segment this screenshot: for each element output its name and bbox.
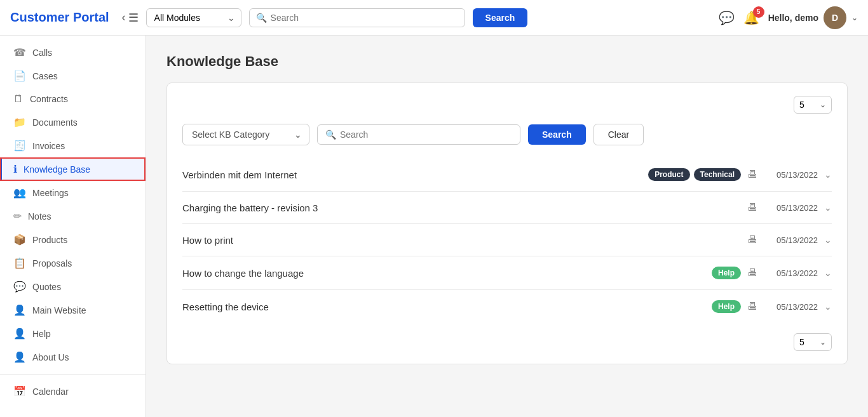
user-info[interactable]: Hello, demo D ⌄ xyxy=(768,6,858,29)
print-icon[interactable]: 🖶 xyxy=(747,202,757,213)
sidebar-icon-calendar: 📅 xyxy=(13,385,26,397)
category-select[interactable]: Select KB Category xyxy=(182,124,309,145)
sidebar-item-meetings[interactable]: 👥 Meetings xyxy=(0,181,146,204)
sidebar-icon-contracts: 🗒 xyxy=(13,93,24,105)
sidebar-label-documents: Documents xyxy=(32,117,78,128)
kb-card: 5 10 25 ⌄ Select KB Category ⌄ 🔍 xyxy=(166,83,848,364)
tag-technical: Technical xyxy=(694,168,741,181)
sidebar-item-products[interactable]: 📦 Products xyxy=(0,228,146,251)
sidebar-item-main-website[interactable]: 👤 Main Website xyxy=(0,298,146,322)
bottom-per-page-select[interactable]: 5 10 25 xyxy=(794,334,815,350)
sidebar-icon-documents: 📁 xyxy=(13,116,26,128)
sidebar-label-proposals: Proposals xyxy=(32,258,72,268)
header-search-input[interactable] xyxy=(271,13,458,23)
kb-list-item: Resetting the device Help 🖶 05/13/2022 ⌄ xyxy=(182,290,832,323)
filter-search-button[interactable]: Search xyxy=(528,124,586,145)
module-select-wrap: All Modules ⌄ xyxy=(146,8,241,27)
print-icon[interactable]: 🖶 xyxy=(747,267,757,279)
sidebar-toggle-button[interactable]: ‹ ☰ xyxy=(122,11,139,25)
sidebar-label-calendar: Calendar xyxy=(32,387,69,397)
sidebar-label-knowledge-base: Knowledge Base xyxy=(24,164,90,175)
sidebar-label-calls: Calls xyxy=(32,48,52,58)
print-icon[interactable]: 🖶 xyxy=(747,234,757,246)
kb-item-title[interactable]: How to change the language xyxy=(182,268,705,279)
header-search-button[interactable]: Search xyxy=(473,8,528,27)
kb-list-item: How to print 🖶 05/13/2022 ⌄ xyxy=(182,224,832,256)
header: Customer Portal ‹ ☰ All Modules ⌄ 🔍 Sear… xyxy=(0,0,868,36)
brand-title: Customer Portal xyxy=(10,10,109,25)
kb-tags: Help xyxy=(712,300,741,313)
kb-list-item: Verbinden mit dem Internet ProductTechni… xyxy=(182,158,832,192)
chevron-left-icon: ‹ xyxy=(122,11,126,24)
per-page-chevron-icon: ⌄ xyxy=(815,100,831,109)
layout: ☎ Calls 📄 Cases 🗒 Contracts 📁 Documents … xyxy=(0,36,868,417)
expand-chevron-icon[interactable]: ⌄ xyxy=(824,169,832,180)
sidebar-label-cases: Cases xyxy=(32,71,58,81)
header-search-icon: 🔍 xyxy=(256,13,267,23)
sidebar-label-main-website: Main Website xyxy=(32,305,86,315)
sidebar-label-quotes: Quotes xyxy=(32,282,61,292)
sidebar-icon-notes: ✏ xyxy=(13,210,22,222)
filter-clear-button[interactable]: Clear xyxy=(593,124,644,145)
sidebar-label-invoices: Invoices xyxy=(32,141,65,151)
kb-item-title[interactable]: How to print xyxy=(182,235,741,246)
sidebar-label-notes: Notes xyxy=(28,211,51,222)
kb-tags: ProductTechnical xyxy=(648,168,741,181)
sidebar-item-help[interactable]: 👤 Help xyxy=(0,322,146,345)
sidebar-item-about-us[interactable]: 👤 About Us xyxy=(0,345,146,369)
sidebar-icon-quotes: 💬 xyxy=(13,281,26,293)
sidebar-item-calendar[interactable]: 📅 Calendar xyxy=(0,380,146,403)
sidebar-item-quotes[interactable]: 💬 Quotes xyxy=(0,275,146,298)
per-page-select[interactable]: 5 10 25 xyxy=(794,96,815,113)
tag-product: Product xyxy=(648,168,689,181)
tag-help: Help xyxy=(712,267,741,279)
user-greeting: Hello, demo xyxy=(768,13,818,23)
expand-chevron-icon[interactable]: ⌄ xyxy=(824,235,832,245)
sidebar-label-contracts: Contracts xyxy=(30,94,68,104)
notification-badge: 5 xyxy=(753,6,764,18)
category-select-wrap: Select KB Category ⌄ xyxy=(182,124,309,145)
sidebar-item-documents[interactable]: 📁 Documents xyxy=(0,110,146,134)
per-page-select-wrap[interactable]: 5 10 25 ⌄ xyxy=(794,96,832,114)
expand-chevron-icon[interactable]: ⌄ xyxy=(824,301,832,312)
print-icon[interactable]: 🖶 xyxy=(747,301,757,312)
kb-item-title[interactable]: Resetting the device xyxy=(182,301,705,312)
sidebar-item-knowledge-base[interactable]: ℹ Knowledge Base xyxy=(0,157,146,181)
tag-help: Help xyxy=(712,300,741,313)
user-chevron-icon: ⌄ xyxy=(851,13,858,22)
sidebar-item-notes[interactable]: ✏ Notes xyxy=(0,204,146,228)
kb-tags: Help xyxy=(712,267,741,279)
bottom-per-page-wrap[interactable]: 5 10 25 ⌄ xyxy=(794,333,832,351)
kb-list-item: Charging the battery - revision 3 🖶 05/1… xyxy=(182,192,832,224)
main-content: Knowledge Base 5 10 25 ⌄ Select KB Categ xyxy=(146,36,868,417)
chat-icon[interactable]: 💬 xyxy=(719,10,735,25)
filters-row: Select KB Category ⌄ 🔍 Search Clear xyxy=(182,124,832,145)
sidebar-icon-about-us: 👤 xyxy=(13,351,26,363)
expand-chevron-icon[interactable]: ⌄ xyxy=(824,202,832,213)
module-select[interactable]: All Modules xyxy=(146,8,241,27)
kb-item-title[interactable]: Verbinden mit dem Internet xyxy=(182,169,642,180)
sidebar: ☎ Calls 📄 Cases 🗒 Contracts 📁 Documents … xyxy=(0,36,146,417)
bell-wrap[interactable]: 🔔 5 xyxy=(743,10,759,25)
search-filter-wrap: 🔍 xyxy=(317,124,520,145)
sidebar-icon-products: 📦 xyxy=(13,234,26,246)
sidebar-item-contracts[interactable]: 🗒 Contracts xyxy=(0,88,146,110)
sidebar-icon-main-website: 👤 xyxy=(13,304,26,316)
sidebar-label-about-us: About Us xyxy=(32,352,69,362)
expand-chevron-icon[interactable]: ⌄ xyxy=(824,268,832,278)
kb-item-date: 05/13/2022 xyxy=(764,268,818,278)
sidebar-item-cases[interactable]: 📄 Cases xyxy=(0,64,146,88)
sidebar-item-invoices[interactable]: 🧾 Invoices xyxy=(0,134,146,157)
sidebar-item-proposals[interactable]: 📋 Proposals xyxy=(0,251,146,275)
header-search-bar: 🔍 xyxy=(249,8,465,27)
user-name: demo xyxy=(795,13,818,23)
sidebar-label-meetings: Meetings xyxy=(32,188,69,198)
sidebar-item-calls[interactable]: ☎ Calls xyxy=(0,41,146,64)
print-icon[interactable]: 🖶 xyxy=(747,169,757,180)
filter-search-input[interactable] xyxy=(340,129,512,140)
kb-list-item: How to change the language Help 🖶 05/13/… xyxy=(182,256,832,290)
kb-item-title[interactable]: Charging the battery - revision 3 xyxy=(182,202,741,213)
sidebar-label-products: Products xyxy=(32,235,67,245)
sidebar-icon-help: 👤 xyxy=(13,328,26,340)
kb-list: Verbinden mit dem Internet ProductTechni… xyxy=(182,158,832,323)
